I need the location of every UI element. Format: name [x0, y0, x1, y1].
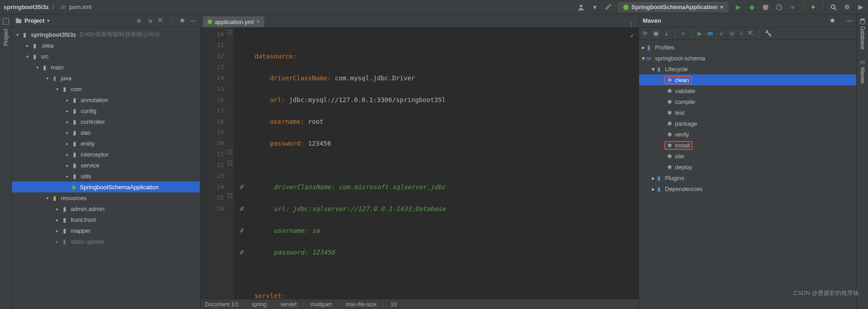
run-maven-icon[interactable]: ▶ — [698, 30, 702, 37]
maven-tree[interactable]: ▸▮Profiles ▾mspringboot-schema ▾▮Lifecyc… — [639, 40, 856, 309]
svg-rect-10 — [16, 19, 21, 23]
hide-icon[interactable]: — — [847, 17, 853, 24]
project-rail-label[interactable]: Project — [3, 29, 9, 46]
fold-gutter[interactable]: − − − − — [227, 27, 234, 299]
settings-icon[interactable]: ✱ — [179, 18, 185, 24]
tree-class-selected[interactable]: ◉SpringbootSchemaApplication — [12, 181, 200, 192]
hide-icon[interactable]: — — [190, 18, 196, 24]
toggle-skip-tests-icon[interactable]: ⊘ — [730, 30, 735, 37]
tree-folder[interactable]: ▸▮controller — [12, 116, 200, 127]
breadcrumb-project[interactable]: springboot35l3z — [4, 4, 49, 10]
sync-icon[interactable]: ▶ — [857, 4, 864, 11]
tree-folder[interactable]: ▸▮admin.admin — [12, 203, 200, 214]
spring-file-icon — [208, 20, 212, 24]
maven-goal-site[interactable]: ✱site — [639, 151, 856, 162]
doc-position: Document 1/1 — [205, 301, 239, 308]
download-sources-icon[interactable]: ⤓ — [664, 30, 669, 37]
code-editor[interactable]: ✔ datasource: driverClassName: com.mysql… — [234, 27, 639, 299]
maven-lifecycle[interactable]: ▾▮Lifecycle — [639, 64, 856, 74]
maven-goal-compile[interactable]: ✱compile — [639, 96, 856, 107]
ide-settings-icon[interactable]: ⚙ — [844, 4, 851, 11]
line-gutter: 1011121314151617181920212223242526 — [200, 27, 227, 299]
svg-line-6 — [753, 5, 754, 6]
close-tab-icon[interactable]: × — [257, 19, 260, 25]
tree-folder[interactable]: ▸▮interceptor — [12, 149, 200, 160]
add-icon[interactable]: ＋ — [680, 29, 686, 38]
stop-icon[interactable]: ■ — [789, 4, 796, 11]
tree-folder[interactable]: ▸▮utils — [12, 171, 200, 181]
tree-folder[interactable]: ▸▮config — [12, 105, 200, 116]
maven-toolbar: ⟳ ▣ ⤓ ＋ ▶ m ⫽ ⊘ ⫴ ⇱ 🔧 — [639, 27, 856, 40]
right-tool-rail: Database m Maven — [856, 15, 868, 309]
breadcrumb-sep-icon: 〉 — [52, 3, 58, 11]
collapse-all-icon[interactable]: ⇱ — [157, 18, 164, 24]
maven-goal-install[interactable]: ✱install — [639, 140, 856, 151]
tree-folder[interactable]: ▸▮front.front — [12, 214, 200, 225]
tree-folder[interactable]: ▾▮com — [12, 83, 200, 94]
nav-toolbar: ▾ SpringbootSchemaApplication ▾ ▶ ■ ⚙ ▶ — [577, 2, 864, 12]
editor-tabs: application.yml × ⋮ — [200, 15, 639, 27]
database-tool-button[interactable]: Database — [859, 18, 866, 49]
dropdown-icon[interactable]: ▾ — [591, 4, 598, 11]
editor-breadcrumb: Document 1/1 〉spring: 〉servlet: 〉multipa… — [200, 299, 639, 309]
maven-settings-icon[interactable]: ✱ — [830, 17, 835, 24]
tree-folder[interactable]: ▾▮java — [12, 73, 200, 83]
locate-icon[interactable]: ⊕ — [136, 18, 142, 24]
maven-goal-verify[interactable]: ✱verify — [639, 129, 856, 140]
profiler-icon[interactable] — [776, 4, 783, 11]
maven-profiles[interactable]: ▸▮Profiles — [639, 42, 856, 53]
maven-tool-button[interactable]: m Maven — [859, 59, 866, 83]
maven-dependencies[interactable]: ▸▮Dependencies — [639, 183, 856, 194]
collapse-icon[interactable]: ⇱ — [748, 30, 753, 37]
project-tree[interactable]: ▾▮springboot35l3zD:\00 镁家智能科技有限公司\0 ▸▮.i… — [12, 27, 200, 309]
tree-folder[interactable]: ▸▮dao — [12, 127, 200, 138]
tree-folder[interactable]: ▸▮static.upload — [12, 236, 200, 247]
editor-tab[interactable]: application.yml × — [203, 15, 264, 27]
maven-m-icon[interactable]: m — [708, 30, 713, 37]
run-config-selector[interactable]: SpringbootSchemaApplication ▾ — [618, 2, 728, 12]
navigation-bar: springboot35l3z 〉 m pom.xml ▾ Springboot… — [0, 0, 868, 15]
svg-point-8 — [831, 5, 835, 9]
left-tool-rail: Project — [0, 15, 12, 309]
breadcrumb-file[interactable]: pom.xml — [69, 4, 92, 10]
tree-folder[interactable]: ▾▮resources — [12, 192, 200, 203]
tree-folder[interactable]: ▾▮src — [12, 51, 200, 62]
toggle-offline-icon[interactable]: ⫽ — [718, 30, 724, 37]
tree-folder[interactable]: ▸▮mapper — [12, 225, 200, 236]
maven-file-icon: m — [60, 4, 67, 10]
tab-overflow-icon[interactable]: ⋮ — [624, 20, 639, 27]
tree-folder[interactable]: ▸▮.idea — [12, 40, 200, 51]
maven-goal-test[interactable]: ✱test — [639, 107, 856, 118]
tree-root[interactable]: ▾▮springboot35l3zD:\00 镁家智能科技有限公司\0 — [12, 29, 200, 40]
svg-line-5 — [750, 5, 751, 6]
project-tool-icon[interactable] — [3, 18, 9, 25]
maven-module[interactable]: ▾mspringboot-schema — [639, 53, 856, 64]
svg-point-0 — [580, 5, 582, 7]
maven-panel-title: Maven — [643, 17, 661, 24]
maven-wrench-icon[interactable]: 🔧 — [765, 30, 772, 37]
project-panel-title[interactable]: Project ▾ — [15, 17, 49, 24]
search-icon[interactable] — [830, 4, 837, 11]
coverage-icon[interactable] — [762, 4, 769, 11]
run-icon[interactable]: ▶ — [735, 4, 742, 11]
reload-icon[interactable]: ⟳ — [643, 30, 648, 37]
inspection-ok-icon[interactable]: ✔ — [630, 30, 634, 41]
generate-sources-icon[interactable]: ▣ — [653, 30, 659, 37]
maven-goal-package[interactable]: ✱package — [639, 118, 856, 129]
show-dependencies-icon[interactable]: ⫴ — [740, 30, 743, 37]
git-update-icon[interactable] — [810, 4, 817, 11]
tree-folder[interactable]: ▾▮main — [12, 62, 200, 73]
svg-rect-11 — [16, 18, 18, 20]
tree-folder[interactable]: ▸▮entity — [12, 138, 200, 149]
maven-goal-deploy[interactable]: ✱deploy — [639, 162, 856, 172]
tree-folder[interactable]: ▸▮service — [12, 160, 200, 171]
tree-folder[interactable]: ▸▮annotation — [12, 94, 200, 105]
run-config-name: SpringbootSchemaApplication — [631, 4, 718, 10]
debug-icon[interactable] — [748, 4, 756, 11]
maven-plugins[interactable]: ▸▮Plugins — [639, 172, 856, 183]
maven-goal-validate[interactable]: ✱validate — [639, 85, 856, 96]
maven-goal-clean[interactable]: ✱clean — [639, 74, 856, 85]
expand-all-icon[interactable]: ⇲ — [146, 18, 153, 24]
hammer-icon[interactable] — [605, 4, 612, 11]
user-icon[interactable] — [577, 4, 585, 11]
